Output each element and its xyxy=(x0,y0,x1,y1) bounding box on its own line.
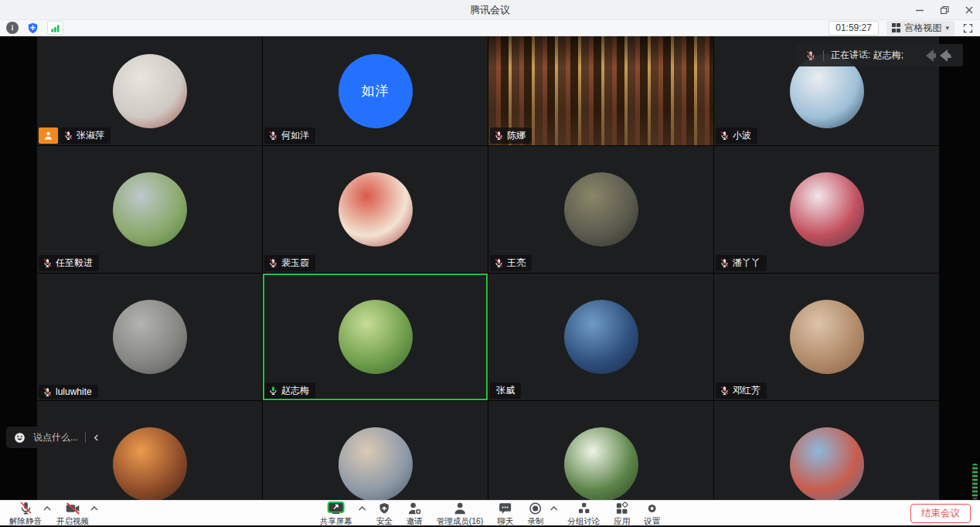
record-options-chevron[interactable] xyxy=(550,506,557,511)
participant-tile[interactable]: 裴玉霞 xyxy=(263,146,488,273)
mic-active-icon xyxy=(268,386,278,396)
status-icons xyxy=(6,21,63,35)
share-screen-icon xyxy=(328,501,345,513)
network-signal-icon[interactable] xyxy=(47,21,63,35)
participant-grid: 张淑萍 如洋 何如洋 xyxy=(37,36,939,500)
participant-tile[interactable]: 如洋 何如洋 xyxy=(263,36,488,145)
participant-name: 小波 xyxy=(733,129,751,142)
security-button[interactable]: 安全 xyxy=(372,501,397,525)
close-button[interactable] xyxy=(965,5,974,15)
participant-tile[interactable] xyxy=(714,401,939,500)
participant-tile[interactable]: 陈娜 xyxy=(488,36,713,145)
record-button[interactable]: 录制 xyxy=(522,501,548,525)
apps-button[interactable]: 应用 xyxy=(609,501,635,525)
avatar-initials xyxy=(113,54,187,128)
avatar-initials xyxy=(113,427,187,500)
participant-tile[interactable] xyxy=(263,401,488,500)
participant-name-label: 邓红芳 xyxy=(716,382,767,399)
participant-avatar xyxy=(113,300,187,374)
emoji-icon[interactable] xyxy=(13,431,26,444)
fullscreen-button[interactable] xyxy=(962,22,974,34)
participant-tile[interactable]: 张淑萍 xyxy=(37,36,262,145)
participant-avatar xyxy=(339,172,413,246)
mic-muted-icon xyxy=(494,258,504,268)
meeting-info-icon[interactable] xyxy=(6,22,19,34)
participant-name-label: 赵志梅 xyxy=(264,382,315,399)
chat-input-hint[interactable]: 说点什么... xyxy=(33,431,78,444)
participant-name-label: 王亮 xyxy=(490,255,532,271)
participant-name-label: 陈娜 xyxy=(490,128,532,144)
participant-labelrow: 张威 xyxy=(490,382,521,399)
collapse-chat-chevron-icon[interactable] xyxy=(93,434,100,442)
tencent-meeting-window: 腾讯会议 01:59:27 xyxy=(0,0,980,527)
mic-muted-icon xyxy=(19,502,33,515)
participant-tile[interactable]: luluwhite xyxy=(37,274,262,400)
participant-avatar xyxy=(790,300,864,374)
invite-button[interactable]: 邀请 xyxy=(402,501,427,525)
share-options-chevron[interactable] xyxy=(359,506,366,511)
breakout-rooms-button[interactable]: 分组讨论 xyxy=(563,501,604,525)
participant-name-label: 张威 xyxy=(490,382,521,399)
participant-tile[interactable]: 潘丫丫 xyxy=(714,146,939,273)
invite-person-icon xyxy=(407,502,422,515)
participant-tile[interactable]: 邓红芳 xyxy=(714,274,939,400)
settings-label: 设置 xyxy=(644,516,660,525)
manage-members-button[interactable]: 管理成员(16) xyxy=(432,501,488,525)
participant-avatar xyxy=(564,172,638,246)
security-label: 安全 xyxy=(376,516,393,525)
participant-tile[interactable]: 张威 xyxy=(488,274,713,400)
participant-tile[interactable]: 王亮 xyxy=(488,146,713,273)
view-mode-button[interactable]: 宫格视图 ▾ xyxy=(886,21,954,36)
video-options-chevron[interactable] xyxy=(90,506,98,511)
titlebar: 腾讯会议 xyxy=(0,0,980,19)
avatar-initials xyxy=(113,172,187,246)
window-controls xyxy=(915,0,974,19)
participant-labelrow: 邓红芳 xyxy=(716,382,767,399)
mic-muted-icon xyxy=(805,50,816,61)
participant-name: 任至毅进 xyxy=(56,257,93,270)
chat-bubble-icon xyxy=(499,502,512,515)
mic-muted-icon xyxy=(720,258,730,268)
mic-options-chevron[interactable] xyxy=(43,506,51,511)
camera-off-icon xyxy=(65,502,81,515)
participant-labelrow: 任至毅进 xyxy=(39,255,99,271)
participant-name: 邓红芳 xyxy=(733,384,761,397)
participant-labelrow: 张淑萍 xyxy=(39,128,111,144)
participant-labelrow: 王亮 xyxy=(490,255,532,271)
restore-button[interactable] xyxy=(940,5,949,15)
start-video-button[interactable]: 开启视频 xyxy=(52,501,94,525)
reply-arrows-icon[interactable] xyxy=(921,46,955,65)
participant-tile[interactable] xyxy=(37,401,262,500)
minimize-button[interactable] xyxy=(915,5,924,15)
participant-tile[interactable] xyxy=(488,401,713,500)
unmute-button[interactable]: 解除静音 xyxy=(5,501,46,525)
participant-labelrow: 陈娜 xyxy=(490,128,532,144)
participant-avatar xyxy=(790,172,864,246)
mic-muted-icon xyxy=(63,131,73,141)
avatar-initials xyxy=(564,300,638,374)
avatar-initials: 如洋 xyxy=(339,54,413,128)
share-screen-button[interactable]: 共享屏幕 xyxy=(315,501,357,525)
start-video-label: 开启视频 xyxy=(56,516,89,525)
settings-button[interactable]: 设置 xyxy=(639,501,665,525)
end-meeting-button[interactable]: 结束会议 xyxy=(910,504,971,523)
participant-name-label: luluwhite xyxy=(39,385,98,399)
participant-tile[interactable]: 赵志梅 xyxy=(263,274,488,400)
grid-scrollbar-thumb[interactable] xyxy=(972,464,978,499)
divider xyxy=(823,50,824,61)
mic-muted-icon xyxy=(43,258,53,268)
avatar-initials xyxy=(339,300,413,374)
participant-name: 潘丫丫 xyxy=(733,257,761,270)
participant-avatar xyxy=(113,54,187,128)
participant-labelrow: 何如洋 xyxy=(264,128,315,144)
avatar-initials xyxy=(339,172,413,246)
participant-tile[interactable]: 任至毅进 xyxy=(37,146,262,273)
window-title: 腾讯会议 xyxy=(470,3,510,17)
chat-button[interactable]: 聊天 xyxy=(492,501,518,525)
security-shield-icon[interactable] xyxy=(26,22,39,35)
mic-muted-icon xyxy=(494,131,504,141)
participant-avatar xyxy=(113,427,187,500)
toolbar-left-group: 解除静音 开启视频 xyxy=(5,501,99,525)
chat-label: 聊天 xyxy=(497,516,513,525)
apps-label: 应用 xyxy=(614,516,630,525)
